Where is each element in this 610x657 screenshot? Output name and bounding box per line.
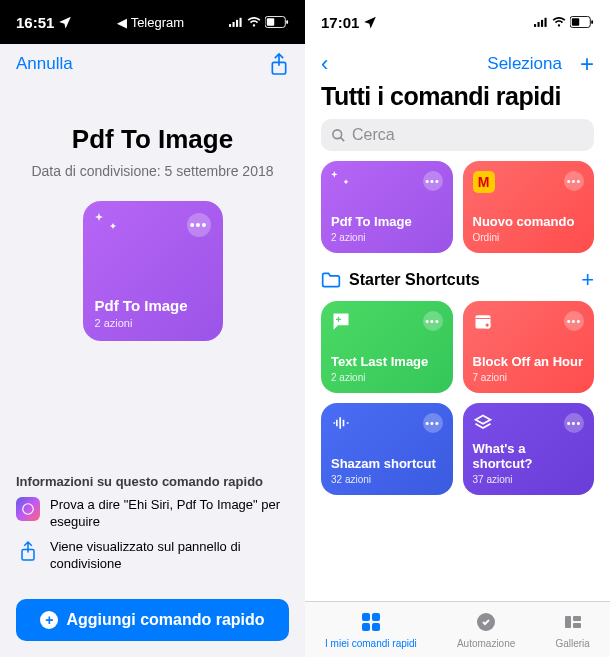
tab-icon [474, 610, 498, 636]
svg-rect-2 [236, 20, 238, 27]
siri-hint: Prova a dire "Ehi Siri, Pdf To Image" pe… [50, 497, 289, 531]
back-button[interactable]: ‹ [321, 51, 328, 77]
tile-actions-count: 7 azioni [473, 372, 585, 383]
section-title: Starter Shortcuts [349, 271, 480, 289]
status-time: 16:51 [16, 14, 54, 31]
svg-rect-10 [534, 24, 536, 27]
add-button-label: Aggiungi comando rapido [66, 611, 264, 629]
svg-rect-15 [572, 18, 579, 25]
tab-2[interactable]: Galleria [555, 610, 589, 649]
svg-rect-0 [229, 24, 231, 27]
tile-actions-count: 32 azioni [331, 474, 443, 485]
shortcut-tile[interactable]: ••• What's a shortcut? 37 azioni [463, 403, 595, 495]
section-add-button[interactable]: + [581, 267, 594, 293]
shortcut-tile[interactable]: M ••• Nuovo comando Ordini [463, 161, 595, 253]
svg-rect-6 [286, 20, 288, 24]
shortcut-tile[interactable]: ••• Pdf To Image 2 azioni [321, 161, 453, 253]
magic-icon [331, 171, 351, 195]
svg-rect-11 [538, 22, 540, 27]
folder-icon [321, 271, 341, 289]
svg-rect-3 [239, 18, 241, 27]
svg-rect-24 [372, 623, 380, 631]
tile-more-button[interactable]: ••• [187, 213, 211, 237]
shortcut-tile[interactable]: ••• Block Off an Hour 7 azioni [463, 301, 595, 393]
phone-left-add-shortcut: 16:51 ◀ Telegram Annulla Pdf To Image Da… [0, 0, 305, 657]
search-input[interactable]: Cerca [321, 119, 594, 151]
page-title: Pdf To Image [0, 124, 305, 155]
mcdonalds-icon: M [473, 171, 495, 193]
svg-point-8 [23, 504, 34, 515]
svg-rect-5 [267, 18, 274, 25]
status-time: 17:01 [321, 14, 359, 31]
page-title: Tutti i comandi rapidi [305, 80, 610, 119]
battery-icon [265, 16, 289, 28]
section-header-starter: Starter Shortcuts + [305, 253, 610, 301]
svg-rect-28 [573, 623, 581, 628]
search-placeholder: Cerca [352, 126, 395, 144]
tile-actions-count: 2 azioni [331, 372, 443, 383]
shortcut-tile[interactable]: ••• Shazam shortcut 32 azioni [321, 403, 453, 495]
shortcut-tile[interactable]: ••• Text Last Image 2 azioni [321, 301, 453, 393]
tab-label: Galleria [555, 638, 589, 649]
share-date: Data di condivisione: 5 settembre 2018 [0, 163, 305, 179]
signal-icon [534, 15, 548, 29]
tab-0[interactable]: I miei comandi rapidi [325, 610, 417, 649]
tile-name: Shazam shortcut [331, 456, 443, 472]
status-bar: 16:51 ◀ Telegram [0, 0, 305, 44]
svg-rect-23 [362, 623, 370, 631]
nav-bar: ‹ Seleziona + [305, 44, 610, 80]
share-sheet-icon [16, 539, 40, 563]
svg-rect-13 [545, 18, 547, 27]
tab-1[interactable]: Automazione [457, 610, 515, 649]
svg-rect-26 [565, 616, 571, 628]
back-to-app[interactable]: ◀ Telegram [117, 15, 184, 30]
chat-plus-icon [331, 311, 351, 335]
nav-bar: Annulla [0, 44, 305, 84]
tab-icon [359, 610, 383, 636]
calendar-plus-icon [473, 311, 493, 335]
tab-bar: I miei comandi rapidi Automazione Galler… [305, 601, 610, 657]
status-bar: 17:01 [305, 0, 610, 44]
search-icon [331, 128, 346, 143]
svg-point-17 [333, 129, 342, 138]
shortcut-tile-pdf-to-image[interactable]: ••• Pdf To Image 2 azioni [83, 201, 223, 341]
my-shortcuts-grid: ••• Pdf To Image 2 azioni M ••• Nuovo co… [305, 161, 610, 253]
svg-rect-12 [541, 20, 543, 27]
svg-rect-27 [573, 616, 581, 621]
tab-icon [561, 610, 585, 636]
tab-label: Automazione [457, 638, 515, 649]
plus-icon: + [40, 611, 58, 629]
tile-actions-count: Ordini [473, 232, 585, 243]
tab-label: I miei comandi rapidi [325, 638, 417, 649]
tile-more-button[interactable]: ••• [564, 311, 584, 331]
share-icon[interactable] [269, 52, 289, 76]
tile-actions-count: 2 azioni [95, 317, 211, 329]
new-shortcut-button[interactable]: + [580, 50, 594, 78]
svg-rect-16 [591, 20, 593, 24]
tile-more-button[interactable]: ••• [423, 413, 443, 433]
signal-icon [229, 15, 243, 29]
tile-name: Pdf To Image [331, 214, 443, 230]
share-sheet-hint: Viene visualizzato sul pannello di condi… [50, 539, 289, 573]
phone-right-all-shortcuts: 17:01 ‹ Seleziona + Tutti i comandi rapi… [305, 0, 610, 657]
location-icon [58, 15, 72, 29]
tile-name: Pdf To Image [95, 297, 211, 315]
tile-more-button[interactable]: ••• [564, 171, 584, 191]
cancel-button[interactable]: Annulla [16, 54, 73, 74]
starter-shortcuts-grid: ••• Text Last Image 2 azioni ••• Block O… [305, 301, 610, 495]
tile-actions-count: 37 azioni [473, 474, 585, 485]
info-heading: Informazioni su questo comando rapido [16, 474, 289, 489]
shazam-icon [331, 413, 351, 437]
info-section: Informazioni su questo comando rapido Pr… [0, 474, 305, 591]
tile-more-button[interactable]: ••• [564, 413, 584, 433]
tile-more-button[interactable]: ••• [423, 171, 443, 191]
battery-icon [570, 16, 594, 28]
siri-icon [16, 497, 40, 521]
svg-rect-1 [232, 22, 234, 27]
wifi-icon [247, 15, 261, 29]
select-button[interactable]: Seleziona [487, 54, 562, 74]
tile-name: What's a shortcut? [473, 441, 585, 472]
add-shortcut-button[interactable]: + Aggiungi comando rapido [16, 599, 289, 641]
tile-more-button[interactable]: ••• [423, 311, 443, 331]
tile-name: Block Off an Hour [473, 354, 585, 370]
